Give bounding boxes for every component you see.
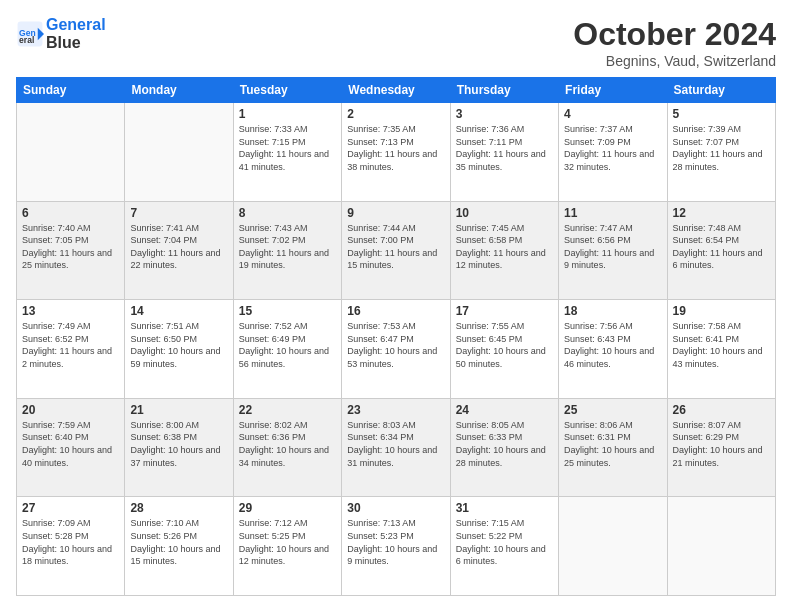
calendar-header-row: SundayMondayTuesdayWednesdayThursdayFrid…: [17, 78, 776, 103]
calendar-week-row: 6Sunrise: 7:40 AM Sunset: 7:05 PM Daylig…: [17, 201, 776, 300]
calendar-cell: [559, 497, 667, 596]
page: Gen eral General Blue October 2024 Begni…: [0, 0, 792, 612]
calendar-week-row: 1Sunrise: 7:33 AM Sunset: 7:15 PM Daylig…: [17, 103, 776, 202]
logo-line1: General: [46, 16, 106, 34]
day-number: 25: [564, 403, 661, 417]
day-number: 21: [130, 403, 227, 417]
calendar-cell: 19Sunrise: 7:58 AM Sunset: 6:41 PM Dayli…: [667, 300, 775, 399]
calendar-cell: 27Sunrise: 7:09 AM Sunset: 5:28 PM Dayli…: [17, 497, 125, 596]
calendar-cell: 3Sunrise: 7:36 AM Sunset: 7:11 PM Daylig…: [450, 103, 558, 202]
day-number: 30: [347, 501, 444, 515]
day-info: Sunrise: 7:40 AM Sunset: 7:05 PM Dayligh…: [22, 222, 119, 272]
calendar-cell: 29Sunrise: 7:12 AM Sunset: 5:25 PM Dayli…: [233, 497, 341, 596]
day-number: 13: [22, 304, 119, 318]
calendar-cell: 28Sunrise: 7:10 AM Sunset: 5:26 PM Dayli…: [125, 497, 233, 596]
day-info: Sunrise: 7:55 AM Sunset: 6:45 PM Dayligh…: [456, 320, 553, 370]
calendar-cell: 13Sunrise: 7:49 AM Sunset: 6:52 PM Dayli…: [17, 300, 125, 399]
weekday-header: Sunday: [17, 78, 125, 103]
calendar-cell: 18Sunrise: 7:56 AM Sunset: 6:43 PM Dayli…: [559, 300, 667, 399]
calendar-week-row: 27Sunrise: 7:09 AM Sunset: 5:28 PM Dayli…: [17, 497, 776, 596]
day-info: Sunrise: 7:59 AM Sunset: 6:40 PM Dayligh…: [22, 419, 119, 469]
calendar-cell: 7Sunrise: 7:41 AM Sunset: 7:04 PM Daylig…: [125, 201, 233, 300]
calendar-cell: 17Sunrise: 7:55 AM Sunset: 6:45 PM Dayli…: [450, 300, 558, 399]
day-info: Sunrise: 7:10 AM Sunset: 5:26 PM Dayligh…: [130, 517, 227, 567]
day-number: 16: [347, 304, 444, 318]
calendar-cell: 1Sunrise: 7:33 AM Sunset: 7:15 PM Daylig…: [233, 103, 341, 202]
calendar-cell: 30Sunrise: 7:13 AM Sunset: 5:23 PM Dayli…: [342, 497, 450, 596]
calendar-cell: 22Sunrise: 8:02 AM Sunset: 6:36 PM Dayli…: [233, 398, 341, 497]
calendar-cell: 12Sunrise: 7:48 AM Sunset: 6:54 PM Dayli…: [667, 201, 775, 300]
day-number: 20: [22, 403, 119, 417]
calendar-cell: 14Sunrise: 7:51 AM Sunset: 6:50 PM Dayli…: [125, 300, 233, 399]
day-number: 12: [673, 206, 770, 220]
calendar-cell: 15Sunrise: 7:52 AM Sunset: 6:49 PM Dayli…: [233, 300, 341, 399]
day-info: Sunrise: 7:33 AM Sunset: 7:15 PM Dayligh…: [239, 123, 336, 173]
day-info: Sunrise: 8:00 AM Sunset: 6:38 PM Dayligh…: [130, 419, 227, 469]
logo-icon: Gen eral: [16, 20, 44, 48]
day-number: 24: [456, 403, 553, 417]
day-number: 19: [673, 304, 770, 318]
calendar-cell: [667, 497, 775, 596]
calendar-cell: 20Sunrise: 7:59 AM Sunset: 6:40 PM Dayli…: [17, 398, 125, 497]
weekday-header: Thursday: [450, 78, 558, 103]
day-number: 10: [456, 206, 553, 220]
day-number: 15: [239, 304, 336, 318]
header: Gen eral General Blue October 2024 Begni…: [16, 16, 776, 69]
day-number: 23: [347, 403, 444, 417]
day-info: Sunrise: 7:49 AM Sunset: 6:52 PM Dayligh…: [22, 320, 119, 370]
calendar-cell: 31Sunrise: 7:15 AM Sunset: 5:22 PM Dayli…: [450, 497, 558, 596]
day-info: Sunrise: 7:52 AM Sunset: 6:49 PM Dayligh…: [239, 320, 336, 370]
day-number: 2: [347, 107, 444, 121]
day-number: 29: [239, 501, 336, 515]
calendar-cell: 4Sunrise: 7:37 AM Sunset: 7:09 PM Daylig…: [559, 103, 667, 202]
weekday-header: Monday: [125, 78, 233, 103]
title-location: Begnins, Vaud, Switzerland: [573, 53, 776, 69]
day-info: Sunrise: 7:15 AM Sunset: 5:22 PM Dayligh…: [456, 517, 553, 567]
day-number: 3: [456, 107, 553, 121]
day-info: Sunrise: 7:44 AM Sunset: 7:00 PM Dayligh…: [347, 222, 444, 272]
logo-line2: Blue: [46, 34, 106, 52]
day-number: 14: [130, 304, 227, 318]
title-block: October 2024 Begnins, Vaud, Switzerland: [573, 16, 776, 69]
weekday-header: Friday: [559, 78, 667, 103]
day-number: 11: [564, 206, 661, 220]
calendar-cell: 23Sunrise: 8:03 AM Sunset: 6:34 PM Dayli…: [342, 398, 450, 497]
day-number: 8: [239, 206, 336, 220]
day-number: 28: [130, 501, 227, 515]
day-info: Sunrise: 7:37 AM Sunset: 7:09 PM Dayligh…: [564, 123, 661, 173]
calendar-cell: 16Sunrise: 7:53 AM Sunset: 6:47 PM Dayli…: [342, 300, 450, 399]
day-info: Sunrise: 7:43 AM Sunset: 7:02 PM Dayligh…: [239, 222, 336, 272]
day-info: Sunrise: 8:03 AM Sunset: 6:34 PM Dayligh…: [347, 419, 444, 469]
day-info: Sunrise: 7:36 AM Sunset: 7:11 PM Dayligh…: [456, 123, 553, 173]
svg-text:eral: eral: [19, 35, 34, 45]
calendar-cell: 6Sunrise: 7:40 AM Sunset: 7:05 PM Daylig…: [17, 201, 125, 300]
weekday-header: Tuesday: [233, 78, 341, 103]
day-number: 7: [130, 206, 227, 220]
calendar-cell: 2Sunrise: 7:35 AM Sunset: 7:13 PM Daylig…: [342, 103, 450, 202]
day-number: 1: [239, 107, 336, 121]
day-number: 22: [239, 403, 336, 417]
day-number: 26: [673, 403, 770, 417]
day-info: Sunrise: 8:02 AM Sunset: 6:36 PM Dayligh…: [239, 419, 336, 469]
day-number: 5: [673, 107, 770, 121]
day-info: Sunrise: 7:35 AM Sunset: 7:13 PM Dayligh…: [347, 123, 444, 173]
day-info: Sunrise: 8:06 AM Sunset: 6:31 PM Dayligh…: [564, 419, 661, 469]
day-info: Sunrise: 7:47 AM Sunset: 6:56 PM Dayligh…: [564, 222, 661, 272]
calendar-cell: 5Sunrise: 7:39 AM Sunset: 7:07 PM Daylig…: [667, 103, 775, 202]
day-info: Sunrise: 7:45 AM Sunset: 6:58 PM Dayligh…: [456, 222, 553, 272]
day-info: Sunrise: 7:13 AM Sunset: 5:23 PM Dayligh…: [347, 517, 444, 567]
calendar-cell: [125, 103, 233, 202]
calendar-cell: 24Sunrise: 8:05 AM Sunset: 6:33 PM Dayli…: [450, 398, 558, 497]
calendar-cell: 21Sunrise: 8:00 AM Sunset: 6:38 PM Dayli…: [125, 398, 233, 497]
calendar-table: SundayMondayTuesdayWednesdayThursdayFrid…: [16, 77, 776, 596]
day-number: 17: [456, 304, 553, 318]
day-info: Sunrise: 7:12 AM Sunset: 5:25 PM Dayligh…: [239, 517, 336, 567]
day-number: 27: [22, 501, 119, 515]
day-info: Sunrise: 7:51 AM Sunset: 6:50 PM Dayligh…: [130, 320, 227, 370]
calendar-cell: [17, 103, 125, 202]
day-info: Sunrise: 7:58 AM Sunset: 6:41 PM Dayligh…: [673, 320, 770, 370]
weekday-header: Saturday: [667, 78, 775, 103]
day-info: Sunrise: 7:48 AM Sunset: 6:54 PM Dayligh…: [673, 222, 770, 272]
day-info: Sunrise: 7:56 AM Sunset: 6:43 PM Dayligh…: [564, 320, 661, 370]
day-number: 18: [564, 304, 661, 318]
